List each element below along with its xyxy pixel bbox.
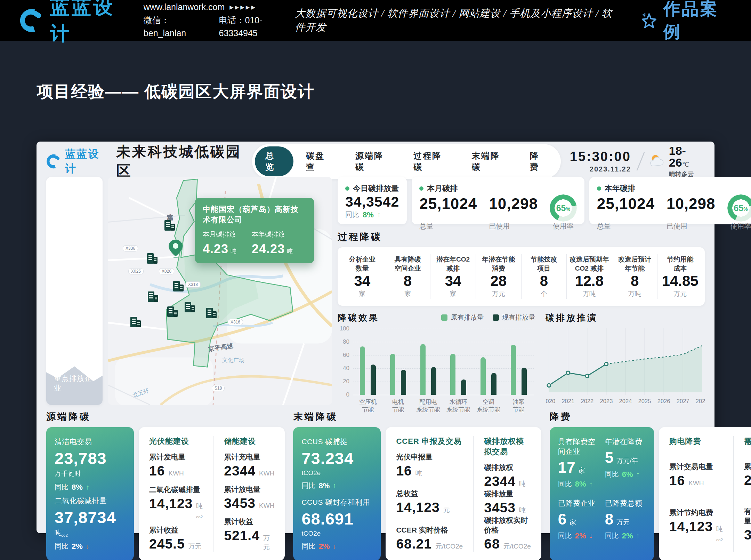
section-源端降碳: 源端降碳清洁电交易23,783万千瓦时同比8%↑二氧化碳减排量37,8734吨c… (46, 410, 285, 560)
y-axis-tick: 40 (338, 365, 349, 372)
yoy-pct: 8% (318, 481, 330, 490)
building-marker-icon[interactable] (205, 306, 217, 321)
process-stats-card: 分析企业 数量34家具有降碳 空间企业8家潜在年CO2 减排34家年潜在节能 消… (338, 247, 705, 306)
bar-groups (353, 329, 534, 395)
detail-column-heading: 光伏能建设 (149, 436, 203, 447)
bar-现有排放量[interactable] (491, 373, 496, 395)
process-stat-unit: 家 (450, 289, 457, 298)
process-stat-unit: 万吨 (583, 289, 596, 298)
process-stat: 改造后预期年 CO2 减排12.8万吨 (566, 254, 612, 299)
tooltip-month-value: 4.23 (203, 242, 228, 256)
bar-原有排放量[interactable] (481, 357, 486, 395)
park-map[interactable]: 中能国宏（葫芦岛）高新技术有限公司 本月碳排放 4.23吨 本年碳排放 24.2… (108, 177, 332, 405)
site-logo: 蓝蓝设计 (19, 0, 128, 47)
kpi-today-label: 今日碳排放量 (353, 183, 399, 194)
bar-现有排放量[interactable] (401, 370, 406, 395)
tab-降费[interactable]: 降费 (519, 146, 558, 176)
map-pin-icon[interactable] (168, 239, 183, 258)
detail-items: 累计充电量2344KWH累计放电量3453KWH累计收益521.4万元 (224, 452, 274, 552)
dashboard-logo-text: 蓝蓝设计 (65, 147, 108, 176)
section-title: 源端降碳 (46, 410, 285, 423)
tab-过程降碳[interactable]: 过程降碳 (403, 146, 459, 176)
detail-item-value: 245.5 (149, 536, 185, 552)
building-marker-icon[interactable] (146, 252, 158, 266)
tab-总览[interactable]: 总览 (255, 146, 293, 176)
value-unit: 家 (570, 518, 576, 527)
green-stat: 清洁电交易23,783万千瓦时同比8%↑ (55, 437, 126, 492)
building-marker-icon[interactable] (164, 219, 176, 233)
building-marker-icon[interactable] (172, 280, 184, 294)
building-marker-icon[interactable] (167, 305, 178, 320)
green-stat-value: 73.234 (301, 450, 354, 466)
detail-items: 光伏申报量16吨总收益14,123元CCER 实时价格68.21元/tCO2e (396, 452, 463, 552)
bar-group (443, 329, 474, 395)
green-stat-value-row: 6家 (558, 512, 599, 527)
yoy-label: 同比 (558, 479, 572, 489)
detail-item-label: 累计交易电量 (669, 462, 723, 472)
green-stat-value: 68.691 (301, 511, 354, 527)
value-unit: tCO2e (301, 530, 321, 537)
yoy-label: 同比 (345, 210, 359, 219)
green-stat-label: 清洁电交易 (55, 437, 126, 447)
detail-item-value-row: 2344KWH (744, 473, 751, 488)
kpi-today-value: 34,3542 (345, 194, 399, 210)
bar-原有排放量[interactable] (420, 344, 426, 395)
svg-text:2024: 2024 (619, 398, 632, 405)
road-badge: X020 (159, 268, 174, 274)
bar-group (474, 329, 504, 395)
gauge-suffix: % (566, 206, 570, 212)
bar-原有排放量[interactable] (511, 345, 516, 395)
bar-原有排放量[interactable] (450, 354, 455, 395)
bar-原有排放量[interactable] (390, 354, 395, 395)
green-summary-card: 清洁电交易23,783万千瓦时同比8%↑二氧化碳减排量37,8734吨co2同比… (46, 427, 134, 560)
tooltip-month-unit: 吨 (231, 248, 236, 255)
detail-column-heading: 储能建设 (224, 436, 274, 447)
detail-item-label: 碳排放量 (484, 489, 531, 499)
detail-item-label: 累计发电量 (149, 452, 203, 462)
reduction-effect-chart: 降碳效果 原有排放量现有排放量 020406080100空压机 节能电机 节能配… (338, 311, 535, 407)
bar-现有排放量[interactable] (371, 365, 376, 395)
value-unit: KWH (259, 470, 274, 477)
yoy-pct: 8% (72, 483, 83, 492)
detail-item: 碳排放权实时价格68元/tCO2e (484, 515, 531, 552)
site-services: 大数据可视化设计 / 软件界面设计 / 网站建设 / 手机及小程序设计 / 软件… (295, 7, 619, 34)
year-total: 25,1024 (597, 195, 655, 213)
building-marker-icon[interactable] (130, 315, 142, 330)
svg-text:2023: 2023 (600, 398, 613, 405)
bar-chart-title: 降碳效果 (338, 312, 379, 323)
year-used: 10,298 (667, 195, 716, 213)
bar-group (353, 329, 383, 395)
year-total-label: 总量 (597, 222, 655, 231)
page: 蓝蓝设计 www.lanlanwork.com ▶▶▶▶▶ 微信：ben_lan… (0, 0, 751, 560)
green-stat-label: CCUS 碳封存和利用 (301, 497, 372, 507)
detail-item-value: 14,123 (396, 500, 439, 515)
yoy-label: 同比 (605, 470, 619, 479)
yoy-label: 同比 (301, 481, 315, 490)
month-used: 10,298 (489, 195, 538, 213)
tab-源端降碳[interactable]: 源端降碳 (345, 146, 401, 176)
dashboard-title: 未来科技城低碳园区 (116, 142, 252, 181)
up-arrow-icon: ↑ (636, 532, 640, 540)
building-marker-icon[interactable] (184, 301, 196, 315)
bar-category-label: 配用电 系统节能 (413, 398, 443, 414)
value-unit: 吨 (519, 506, 526, 515)
bar-现有排放量[interactable] (522, 368, 527, 395)
road-badge: X336 (123, 245, 138, 251)
bar-现有排放量[interactable] (461, 379, 466, 395)
tab-末端降碳[interactable]: 末端降碳 (461, 146, 517, 176)
yoy-row: 同比2%↓ (301, 542, 372, 551)
section-降费: 降费具有降费空间企业17家同比8%↑年潜在降费5万元/年同比6%↑已降费企业6家… (550, 410, 751, 560)
lanlan-logo-icon (46, 154, 62, 169)
detail-item: 光伏申报量16吨 (396, 452, 463, 479)
tab-碳盘查[interactable]: 碳盘查 (296, 146, 343, 176)
bar-原有排放量[interactable] (360, 346, 365, 395)
building-marker-icon[interactable] (147, 290, 159, 305)
sidebar-stat-value: 32家 (54, 249, 95, 269)
detail-column: 需求侧响应累计收益2344KWH有效响应总电量3453KWH (733, 436, 751, 552)
portfolio-link[interactable]: 作品案例 (640, 0, 732, 43)
bar-现有排放量[interactable] (431, 367, 436, 395)
y-axis-tick: 0 (338, 391, 349, 398)
detail-item-value-row: 2344KWH (224, 463, 274, 479)
sidebar-stat-label: 已接入企业 (54, 324, 95, 334)
value-unit: 万元/年 (616, 456, 638, 465)
